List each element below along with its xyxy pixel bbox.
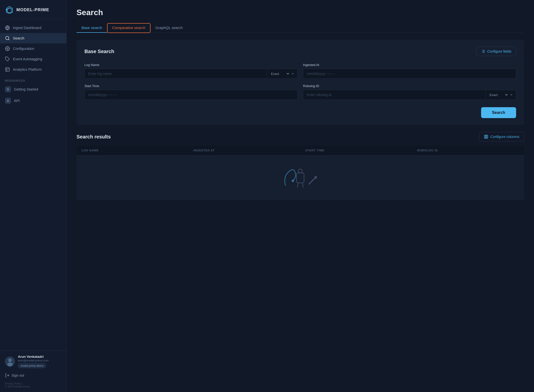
configure-fields-label: Configure fields (487, 49, 511, 53)
svg-point-2 (6, 36, 9, 40)
privacy-links: Privacy Policy © 2024 Model-Prime (5, 382, 61, 388)
sidebar-item-label: API (14, 99, 20, 103)
gear-icon (5, 46, 10, 51)
svg-point-8 (8, 359, 12, 362)
privacy-policy-link[interactable]: Privacy Policy (5, 382, 22, 385)
tab-graphql-search[interactable]: GraphQL search (151, 23, 188, 33)
globe-icon (5, 25, 10, 30)
table-body (76, 156, 524, 200)
sidebar-item-ingest-dashboard[interactable]: Ingest Dashboard (0, 23, 66, 33)
empty-state-illustration (280, 165, 320, 190)
svg-rect-21 (297, 173, 304, 183)
search-icon (5, 36, 10, 41)
log-name-match-dropdown[interactable]: Exact Contains StartsWith EndsWith (270, 72, 290, 76)
page-title: Search (76, 8, 524, 17)
sidebar-nav: Ingest Dashboard Search Configuration Ev… (0, 19, 66, 351)
svg-point-4 (7, 48, 8, 49)
log-name-input[interactable] (84, 69, 267, 79)
tab-base-search[interactable]: Base search (76, 23, 107, 33)
robolog-id-label: Robolog ID (303, 84, 516, 88)
svg-line-24 (302, 183, 303, 187)
col-ingested-at: INGESTED AT (189, 145, 301, 155)
user-info: Arun Venkatadri arun@model-prime.com mod… (5, 355, 61, 368)
configure-fields-button[interactable]: Configure fields (476, 47, 516, 56)
user-name: Arun Venkatadri (18, 355, 61, 359)
sidebar-item-api[interactable]: A API (0, 95, 66, 106)
svg-rect-6 (6, 68, 9, 71)
user-email: arun@model-prime.com (18, 359, 61, 362)
app-name: MODEL-PRIME (16, 7, 49, 12)
base-search-card: Base Search Configure fields Log Name (76, 40, 524, 125)
start-time-input[interactable] (84, 90, 298, 100)
sidebar: MODEL-PRIME Ingest Dashboard Search Conf… (0, 0, 67, 392)
user-workspace: model-prime-demo (18, 363, 46, 368)
sidebar-item-analytics-platform[interactable]: Analytics Platform (0, 64, 66, 75)
sidebar-item-label: Configuration (13, 47, 34, 51)
log-name-label: Log Name (84, 63, 298, 67)
robolog-id-match-select[interactable]: Exact Contains StartsWith (485, 90, 516, 100)
search-button[interactable]: Search (481, 107, 516, 118)
svg-rect-17 (485, 135, 486, 138)
sidebar-item-label: Event Autotagging (13, 57, 42, 61)
svg-rect-18 (486, 135, 487, 138)
search-form: Log Name Exact Contains StartsWith EndsW… (84, 63, 516, 118)
svg-point-9 (7, 362, 13, 366)
logo-icon (5, 5, 14, 14)
sidebar-item-event-autotagging[interactable]: Event Autotagging (0, 54, 66, 64)
results-table: LOG NAME INGESTED AT START TIME ROBOLOG … (76, 145, 524, 200)
copyright: © 2024 Model-Prime (5, 385, 30, 388)
configure-columns-icon (484, 134, 488, 139)
svg-rect-19 (487, 135, 488, 138)
search-results-section: Search results Configure columns LOG NAM… (76, 132, 524, 200)
avatar (5, 357, 15, 366)
configure-columns-button[interactable]: Configure columns (479, 132, 524, 141)
ingested-at-group: Ingested At (303, 63, 516, 79)
sidebar-item-label: Search (13, 36, 24, 40)
search-btn-row: Search (84, 107, 516, 118)
svg-line-23 (297, 183, 298, 187)
robolog-id-match-dropdown[interactable]: Exact Contains StartsWith (489, 93, 508, 97)
svg-point-20 (292, 180, 294, 182)
ingested-at-label: Ingested At (303, 63, 516, 67)
tab-comparative-search[interactable]: Comparative search (107, 23, 150, 33)
chevron-down-icon (291, 72, 294, 75)
configure-fields-icon (481, 49, 485, 54)
tag-icon (5, 57, 10, 62)
sidebar-item-getting-started[interactable]: G Getting Started (0, 84, 66, 95)
sidebar-item-search[interactable]: Search (0, 33, 66, 43)
start-time-label: Start Time (84, 84, 298, 88)
sign-out-button[interactable]: Sign out (5, 372, 61, 379)
chevron-down-icon (510, 93, 513, 96)
main-content: Search Base search Comparative search Gr… (67, 0, 534, 392)
chart-icon (5, 67, 10, 72)
results-header: Search results Configure columns (76, 132, 524, 141)
ingested-at-input[interactable] (303, 69, 516, 79)
sidebar-bottom: Arun Venkatadri arun@model-prime.com mod… (0, 351, 66, 392)
table-header: LOG NAME INGESTED AT START TIME ROBOLOG … (76, 145, 524, 156)
results-title: Search results (76, 134, 111, 140)
card-header: Base Search Configure fields (84, 47, 516, 56)
robolog-id-input[interactable] (303, 90, 485, 100)
sidebar-logo: MODEL-PRIME (0, 0, 66, 19)
resource-badge: A (5, 98, 11, 104)
col-start-time: START TIME (300, 145, 412, 155)
start-time-group: Start Time (84, 84, 298, 100)
sidebar-item-configuration[interactable]: Configuration (0, 43, 66, 54)
sign-out-label: Sign out (11, 373, 24, 377)
log-name-match-select[interactable]: Exact Contains StartsWith EndsWith (267, 69, 298, 79)
svg-line-3 (8, 39, 9, 40)
robolog-id-input-row: Exact Contains StartsWith (303, 90, 516, 100)
col-log-name: LOG NAME (76, 145, 189, 155)
resource-badge: G (5, 86, 11, 92)
log-name-group: Log Name Exact Contains StartsWith EndsW… (84, 63, 298, 79)
sidebar-item-label: Ingest Dashboard (13, 26, 41, 30)
sidebar-item-label: Getting Started (14, 87, 38, 91)
configure-columns-label: Configure columns (490, 135, 519, 139)
robolog-id-group: Robolog ID Exact Contains StartsWith (303, 84, 516, 100)
user-details: Arun Venkatadri arun@model-prime.com mod… (18, 355, 61, 368)
empty-illustration (270, 156, 330, 200)
log-name-input-row: Exact Contains StartsWith EndsWith (84, 69, 298, 79)
sign-out-icon (5, 373, 9, 378)
sidebar-item-label: Analytics Platform (13, 67, 42, 71)
svg-point-22 (298, 169, 302, 173)
